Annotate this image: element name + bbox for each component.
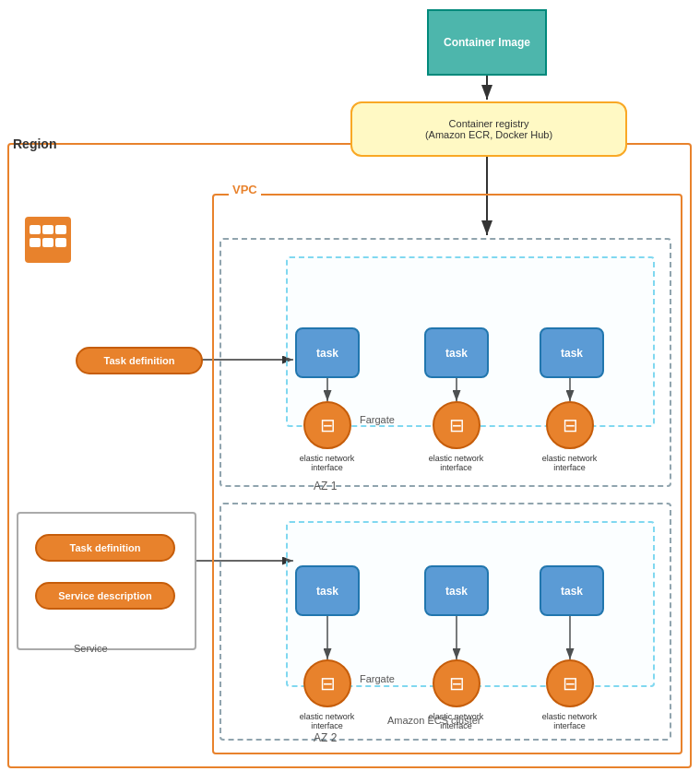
svg-rect-17 [55, 238, 66, 247]
eni-circle-2-2: ⊟ [433, 659, 481, 707]
container-registry-box: Container registry (Amazon ECR, Docker H… [350, 101, 627, 157]
task-definition-button-1[interactable]: Task definition [76, 347, 203, 374]
eni-icon-1-2: ⊟ [449, 414, 465, 436]
eni-circle-1-2: ⊟ [433, 401, 481, 449]
eni-icon-1-3: ⊟ [563, 414, 578, 436]
svg-rect-14 [42, 225, 53, 234]
task-box-2-3: task [540, 565, 604, 616]
svg-rect-16 [55, 225, 66, 234]
eni-icon-1-1: ⊟ [320, 414, 336, 436]
svg-rect-15 [42, 238, 53, 247]
eni-icon-2-3: ⊟ [563, 672, 578, 694]
container-registry-label: Container registry (Amazon ECR, Docker H… [425, 118, 552, 140]
task-box-1-1: task [295, 327, 360, 378]
service-description-button[interactable]: Service description [35, 582, 175, 610]
eni-label-2-1: elastic network interface [297, 712, 357, 730]
task-definition-button-2[interactable]: Task definition [35, 534, 175, 562]
ecs-cluster-label: Amazon ECS cluster [387, 715, 481, 726]
task-box-2-2: task [424, 565, 489, 616]
diagram-container: Region VPC Container Image Container reg… [0, 0, 700, 783]
fargate2-label: Fargate [360, 673, 395, 684]
az1-label: AZ 1 [314, 480, 337, 492]
container-image-box: Container Image [427, 9, 547, 76]
eni-circle-1-1: ⊟ [303, 401, 351, 449]
task-box-2-1: task [295, 565, 360, 616]
eni-label-2-3: elastic network interface [540, 712, 599, 730]
svg-rect-13 [30, 238, 41, 247]
ecs-icon [20, 212, 76, 267]
vpc-label: VPC [229, 183, 261, 196]
eni-icon-2-2: ⊟ [449, 672, 465, 694]
eni-label-1-2: elastic network interface [426, 454, 486, 472]
eni-label-1-1: elastic network interface [297, 454, 357, 472]
eni-circle-2-3: ⊟ [546, 659, 594, 707]
service-box: Task definition Service description [17, 512, 196, 650]
eni-label-1-3: elastic network interface [540, 454, 599, 472]
region-label: Region [13, 136, 56, 151]
eni-circle-2-1: ⊟ [303, 659, 351, 707]
service-label: Service [74, 643, 108, 654]
eni-circle-1-3: ⊟ [546, 401, 594, 449]
container-image-label: Container Image [444, 36, 530, 49]
svg-rect-12 [30, 225, 41, 234]
eni-icon-2-1: ⊟ [320, 672, 336, 694]
az2-label: AZ 2 [314, 731, 337, 744]
task-box-1-3: task [540, 327, 604, 378]
task-box-1-2: task [424, 327, 489, 378]
fargate1-label: Fargate [360, 414, 395, 425]
